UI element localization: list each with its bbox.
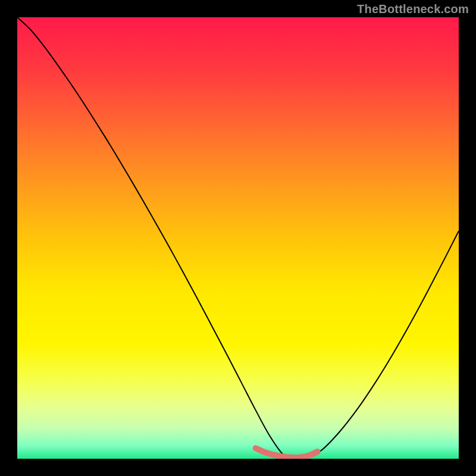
chart-frame: TheBottleneck.com (0, 0, 476, 476)
watermark-text: TheBottleneck.com (357, 2, 469, 16)
chart-plot (17, 17, 459, 459)
plot-background (17, 17, 459, 459)
